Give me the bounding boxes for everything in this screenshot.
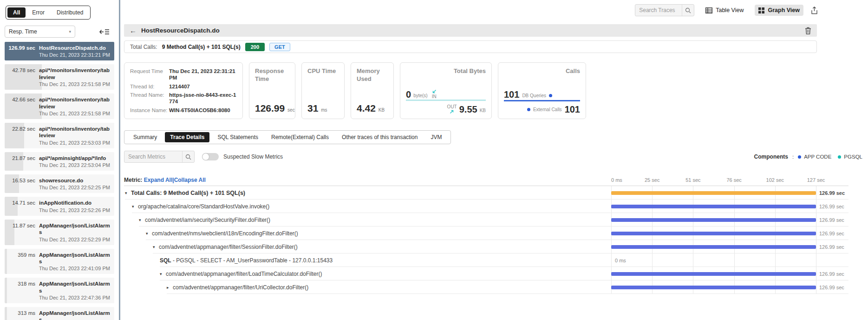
memory-used-title: Memory Used xyxy=(357,67,388,83)
sort-dropdown[interactable]: Resp. Time ▾ xyxy=(5,26,75,38)
method-label: com/adventnet/nms/webclient/i18n/Encodin… xyxy=(152,230,298,237)
trace-list-item[interactable]: 22.82 secapi/*/monitors/inventory/tablev… xyxy=(5,123,114,148)
search-traces-input[interactable] xyxy=(635,7,682,13)
graph-view-button[interactable]: Graph View xyxy=(755,5,803,16)
bytes-out-label: OUT xyxy=(447,104,457,109)
metric-links: Metric: Expand All|Collapse All xyxy=(124,177,206,183)
filter-tab-distributed[interactable]: Distributed xyxy=(51,7,89,18)
collapse-all-link[interactable]: Collapse All xyxy=(174,177,206,183)
trace-timestamp: Thu Dec 21, 2023 22:53:04 PM xyxy=(39,162,111,168)
expander-down-icon[interactable]: ▾ xyxy=(146,231,152,236)
duration-value: 0 ms xyxy=(615,258,626,263)
component-legend-item: PGSQL xyxy=(838,154,862,160)
suspected-slow-metrics-toggle[interactable] xyxy=(202,153,219,160)
response-time-value: 126.99 sec xyxy=(255,103,289,114)
trace-list: 126.99 secHostResourceDispatch.doThu Dec… xyxy=(5,42,114,320)
table-view-button[interactable]: Table View xyxy=(702,5,747,16)
trace-tree: Metric: Expand All|Collapse All 0 ms25 s… xyxy=(124,177,848,294)
tab-trace-details[interactable]: Trace Details xyxy=(165,132,209,142)
trace-list-item[interactable]: 359 msAppManager/json/ListAlarmsThu Dec … xyxy=(5,249,114,274)
expander-down-icon[interactable]: ▾ xyxy=(132,204,138,209)
tree-row[interactable]: ▾com/adventnet/iam/security/SecurityFilt… xyxy=(124,213,848,227)
total-calls-value: 9 Method Call(s) + 101 SQL(s) xyxy=(162,44,241,50)
expander-down-icon[interactable]: ▾ xyxy=(139,218,145,222)
arrow-out-icon xyxy=(450,109,454,114)
bytes-in-label: IN xyxy=(432,94,437,99)
components-items: APP CODEPGSQL xyxy=(798,154,862,160)
tree-row[interactable]: ▾com/adventnet/appmanager/filter/Session… xyxy=(124,240,848,253)
timeline-bar-zone xyxy=(611,200,816,213)
back-arrow-icon[interactable]: ← xyxy=(130,27,137,34)
expander-right-icon[interactable]: ▸ xyxy=(167,285,173,290)
trace-list-item[interactable]: 16.53 secshowresource.doThu Dec 21, 2023… xyxy=(5,174,114,193)
timeline-bar-zone xyxy=(611,267,816,280)
trace-info: showresource.doThu Dec 21, 2023 22:52:25… xyxy=(39,177,111,190)
trace-list-item[interactable]: 313 msAppManager/json/ListAlarmsThu Dec … xyxy=(5,307,114,320)
memory-used-card: Memory Used 4.42 KB xyxy=(351,62,394,119)
request-info-value: WIN-6T50IACO5B6:8080 xyxy=(169,107,230,113)
sort-dropdown-value: Resp. Time xyxy=(9,28,37,35)
trace-timestamp: Thu Dec 21, 2023 22:31:21 PM xyxy=(39,52,111,58)
bytes-out-direction: OUT xyxy=(447,104,457,114)
duration-value: 126.99 sec xyxy=(819,231,844,236)
search-icon[interactable] xyxy=(182,151,194,162)
apm-trace-page: AllErrorDistributed Resp. Time ▾ 126.99 … xyxy=(0,0,868,320)
trace-list-item[interactable]: 14.71 secinAppNotification.doThu Dec 21,… xyxy=(5,197,114,215)
filter-tab-error[interactable]: Error xyxy=(26,7,50,18)
tab-remote-external-calls[interactable]: Remote(External) Calls xyxy=(266,132,334,142)
tree-row[interactable]: ▾org/apache/catalina/core/StandardHostVa… xyxy=(124,200,848,213)
trace-list-item[interactable]: 126.99 secHostResourceDispatch.doThu Dec… xyxy=(5,42,114,60)
trace-name: api/*/monitors/inventory/tableview xyxy=(39,67,111,80)
expander-down-icon[interactable]: ▾ xyxy=(153,245,159,249)
method-label: Total Calls: 9 Method Call(s) + 101 SQL(… xyxy=(131,190,245,196)
trace-duration-bar xyxy=(5,249,7,274)
tab-sql-statements[interactable]: SQL Statements xyxy=(212,132,263,142)
trace-info: api/*/apminsight/app/*/infoThu Dec 21, 2… xyxy=(39,155,111,168)
trace-list-item[interactable]: 42.78 secapi/*/monitors/inventory/tablev… xyxy=(5,64,114,90)
tab-jvm[interactable]: JVM xyxy=(425,132,447,142)
expander-down-icon[interactable]: ▾ xyxy=(125,191,131,195)
cpu-time-value: 31 ms xyxy=(307,103,339,114)
delete-trace-button[interactable] xyxy=(805,27,811,34)
trace-timestamp: Thu Dec 21, 2023 22:52:29 PM xyxy=(39,237,111,242)
axis-tick: 51 sec xyxy=(685,177,700,183)
expand-all-link[interactable]: Expand All xyxy=(144,177,173,183)
export-button[interactable] xyxy=(811,7,818,14)
trace-duration: 42.78 sec xyxy=(8,67,35,87)
expander-down-icon[interactable]: ▾ xyxy=(160,272,166,276)
tree-row[interactable]: ▾com/adventnet/nms/webclient/i18n/Encodi… xyxy=(124,227,848,240)
tree-header: Metric: Expand All|Collapse All 0 ms25 s… xyxy=(124,177,848,186)
trace-info: inAppNotification.doThu Dec 21, 2023 22:… xyxy=(39,200,111,213)
request-info-row: Thread Id:1214407 xyxy=(130,83,237,90)
trace-list-item[interactable]: 21.87 secapi/*/apminsight/app/*/infoThu … xyxy=(5,152,114,171)
trace-timestamp: Thu Dec 21, 2023 22:52:25 PM xyxy=(39,185,111,190)
search-icon[interactable] xyxy=(682,5,694,16)
trace-list-item[interactable]: 42.66 secapi/*/monitors/inventory/tablev… xyxy=(5,93,114,119)
tree-row[interactable]: SQL - PGSQL - SELECT - AM_UserPasswordTa… xyxy=(124,253,848,267)
trace-duration-bar xyxy=(5,278,7,303)
component-name: APP CODE xyxy=(804,154,831,160)
cpu-time-card: CPU Time 31 ms xyxy=(301,62,345,119)
trace-timestamp: Thu Dec 21, 2023 22:51:58 PM xyxy=(39,81,111,87)
tree-row[interactable]: ▾com/adventnet/appmanager/filter/LoadTim… xyxy=(124,267,848,280)
summary-cards-row: Request TimeThu Dec 21, 2023 22:31:21 PM… xyxy=(124,62,864,119)
tree-row[interactable]: ▾Total Calls: 9 Method Call(s) + 101 SQL… xyxy=(124,186,848,200)
collapse-sidebar-button[interactable] xyxy=(99,28,110,35)
trace-duration: 359 ms xyxy=(8,252,35,272)
tree-row[interactable]: ▸com/adventnet/appmanager/filter/UriColl… xyxy=(124,280,848,294)
trace-duration: 16.53 sec xyxy=(8,177,35,190)
request-info-row: Instance Name:WIN-6T50IACO5B6:8080 xyxy=(130,107,237,113)
request-info-label: Instance Name: xyxy=(130,107,169,113)
response-time-card: Response Time 126.99 sec xyxy=(249,62,295,119)
trace-info: AppManager/json/ListAlarmsThu Dec 21, 20… xyxy=(39,310,111,320)
tab-other-traces-of-this-transaction[interactable]: Other traces of this transaction xyxy=(337,132,423,142)
duration-value: 126.99 sec xyxy=(819,190,845,196)
request-info-card: Request TimeThu Dec 21, 2023 22:31:21 PM… xyxy=(124,62,243,119)
tab-summary[interactable]: Summary xyxy=(128,132,162,142)
sort-row: Resp. Time ▾ xyxy=(5,26,114,38)
filter-tab-all[interactable]: All xyxy=(7,7,26,18)
trace-list-item[interactable]: 11.87 secAppManager/json/ListAlarmsThu D… xyxy=(5,220,114,245)
trace-duration: 14.71 sec xyxy=(8,200,35,213)
trace-list-item[interactable]: 318 msAppManager/json/ListAlarmsThu Dec … xyxy=(5,278,114,303)
search-metrics-input[interactable] xyxy=(124,153,182,160)
